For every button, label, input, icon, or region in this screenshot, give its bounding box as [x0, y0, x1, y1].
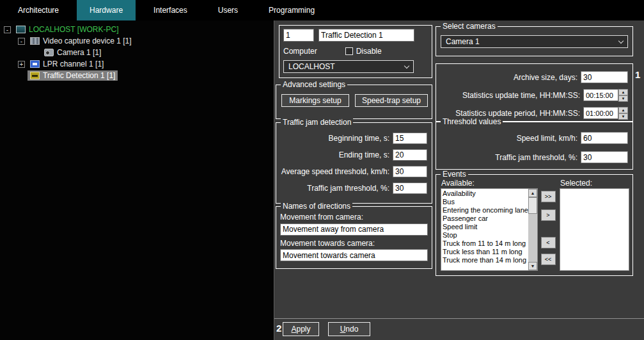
- speed-trap-setup-button[interactable]: Speed-trap setup: [355, 94, 428, 107]
- events-title: Events: [441, 170, 468, 179]
- traffic-jam-detection-group: Traffic jam detection Beginning time, s:…: [276, 122, 432, 204]
- traffic-jam-detection-title: Traffic jam detection: [281, 118, 353, 127]
- list-item[interactable]: Truck less than 11 m long: [441, 248, 528, 256]
- collapse-icon[interactable]: -: [18, 38, 25, 45]
- selected-label: Selected:: [560, 179, 592, 188]
- object-identity-box: Computer Disable LOCALHOST: [279, 25, 432, 78]
- tree-item-label: Traffic Detection 1 [1]: [43, 71, 115, 80]
- advanced-settings-title: Advanced settings: [281, 80, 347, 89]
- list-item[interactable]: Speed limit: [441, 223, 528, 231]
- hardware-tree: -LOCALHOST [WORK-PC]-Video capture devic…: [0, 20, 274, 340]
- tab-architecture[interactable]: Architecture: [5, 0, 72, 20]
- tree-item[interactable]: -LOCALHOST [WORK-PC]: [0, 24, 274, 35]
- callout-1: 1: [635, 69, 640, 80]
- traffic-jam-field-input[interactable]: [393, 182, 427, 194]
- list-item[interactable]: Entering the oncoming lane: [441, 206, 528, 215]
- spin-down-icon[interactable]: ▼: [618, 113, 628, 120]
- archive-field-input[interactable]: [581, 71, 628, 83]
- threshold-fields: Speed limit, km/h:Traffic jam threshold,…: [436, 122, 632, 163]
- tree-item[interactable]: +LPR channel 1 [1]: [0, 58, 274, 70]
- traffic-jam-field-input[interactable]: [393, 166, 427, 177]
- movement-from-camera-input[interactable]: [280, 223, 428, 236]
- move-left-button[interactable]: <: [541, 237, 556, 248]
- movement-towards-camera-input[interactable]: [280, 249, 428, 261]
- archive-field-label: Statistics update time, HH:MM:SS:: [440, 91, 580, 100]
- tree-item[interactable]: -Video capture device 1 [1]: [0, 35, 274, 47]
- object-name-input[interactable]: [318, 29, 414, 42]
- tree-item[interactable]: Camera 1 [1]: [0, 47, 274, 58]
- list-item[interactable]: Truck more than 14 m long: [441, 256, 528, 264]
- traffic-jam-fields: Beginning time, s:Ending time, s:Average…: [276, 123, 432, 194]
- scrollbar[interactable]: ▲ ▼: [528, 189, 537, 270]
- threshold-values-group: Threshold values Speed limit, km/h:Traff…: [436, 122, 633, 170]
- threshold-field-input[interactable]: [581, 151, 628, 163]
- traffic-jam-field-input[interactable]: [393, 149, 427, 161]
- settings-panel: Computer Disable LOCALHOST Advanced sett…: [274, 20, 644, 340]
- select-cameras-title: Select cameras: [441, 22, 498, 31]
- tree-item-body: Video capture device 1 [1]: [27, 36, 134, 46]
- threshold-field-row: Speed limit, km/h:: [440, 132, 628, 144]
- tree-item-body: LPR channel 1 [1]: [27, 59, 106, 69]
- tree-item-body: LOCALHOST [WORK-PC]: [13, 24, 121, 35]
- list-item[interactable]: Truck from 11 to 14 m long: [441, 239, 528, 248]
- archive-field-input[interactable]: [583, 89, 618, 101]
- computer-icon: [16, 26, 26, 33]
- archive-field-spin-control: ▲▼: [583, 107, 628, 119]
- object-id-input[interactable]: [283, 29, 314, 42]
- disable-checkbox[interactable]: [345, 47, 353, 55]
- camera-select-value: Camera 1: [446, 37, 480, 46]
- spin-up-icon[interactable]: ▲: [618, 89, 628, 95]
- list-item[interactable]: Stop: [441, 231, 528, 239]
- camera-select[interactable]: Camera 1: [441, 35, 628, 48]
- expand-icon[interactable]: +: [18, 61, 25, 68]
- scroll-up-icon[interactable]: ▲: [528, 189, 537, 197]
- tab-programming[interactable]: Programming: [256, 0, 327, 20]
- threshold-field-row: Traffic jam threshold, %:: [440, 151, 628, 163]
- markings-setup-button[interactable]: Markings setup: [281, 94, 349, 107]
- threshold-field-input[interactable]: [581, 132, 628, 144]
- archive-settings-group: Archive size, days:Statistics update tim…: [436, 63, 633, 122]
- selected-events-list[interactable]: [560, 188, 629, 271]
- tree-item-body: Traffic Detection 1 [1]: [27, 70, 118, 81]
- video-capture-device-icon: [30, 37, 40, 45]
- computer-select-row: LOCALHOST: [283, 60, 428, 73]
- archive-field-input[interactable]: [583, 107, 618, 119]
- available-events-list[interactable]: AvailabilityBusEntering the oncoming lan…: [441, 188, 538, 271]
- threshold-field-label: Traffic jam threshold, %:: [440, 153, 577, 162]
- apply-button[interactable]: Apply: [283, 322, 319, 336]
- tab-hardware[interactable]: Hardware: [77, 0, 136, 20]
- move-right-button[interactable]: >: [541, 209, 556, 221]
- collapse-icon[interactable]: -: [4, 26, 11, 33]
- callout-2: 2: [276, 323, 281, 334]
- spin-up-icon[interactable]: ▲: [618, 107, 628, 113]
- list-item[interactable]: Bus: [441, 198, 528, 206]
- tab-bar: ArchitectureHardwareInterfacesUsersProgr…: [0, 0, 644, 20]
- movement-towards-camera-label: Movement towards camera:: [280, 239, 428, 248]
- move-all-left-button[interactable]: <<: [541, 254, 556, 265]
- traffic-jam-field-row: Ending time, s:: [280, 149, 427, 161]
- archive-field-label: Statistics update period, HH:MM:SS:: [440, 109, 580, 118]
- tab-interfaces[interactable]: Interfaces: [141, 0, 200, 20]
- scroll-down-icon[interactable]: ▼: [528, 262, 537, 270]
- directions-fields: Movement from camera: Movement towards c…: [276, 207, 432, 264]
- events-group: Events Available: Selected: Availability…: [436, 174, 633, 276]
- list-item[interactable]: Passenger car: [441, 215, 528, 223]
- tree-item-body: Camera 1 [1]: [42, 47, 104, 58]
- names-of-directions-group: Names of directions Movement from camera…: [276, 206, 432, 269]
- scrollbar-thumb[interactable]: [528, 197, 537, 214]
- movement-from-camera-label: Movement from camera:: [280, 213, 428, 222]
- undo-button[interactable]: Undo: [328, 322, 370, 336]
- tree-item[interactable]: Traffic Detection 1 [1]: [0, 70, 274, 81]
- tree-item-label: Camera 1 [1]: [57, 48, 101, 57]
- names-of-directions-title: Names of directions: [281, 202, 352, 211]
- tab-users[interactable]: Users: [205, 0, 251, 20]
- spin-down-icon[interactable]: ▼: [618, 95, 628, 102]
- computer-label: Computer: [283, 47, 317, 56]
- move-all-right-button[interactable]: >>: [541, 191, 556, 202]
- traffic-jam-field-input[interactable]: [393, 133, 427, 144]
- computer-select[interactable]: LOCALHOST: [283, 60, 414, 73]
- traffic-jam-field-row: Average speed threshold, km/h:: [280, 166, 427, 177]
- list-item[interactable]: Availability: [441, 190, 528, 198]
- threshold-values-title: Threshold values: [441, 117, 503, 126]
- scrollbar-track[interactable]: [528, 197, 537, 262]
